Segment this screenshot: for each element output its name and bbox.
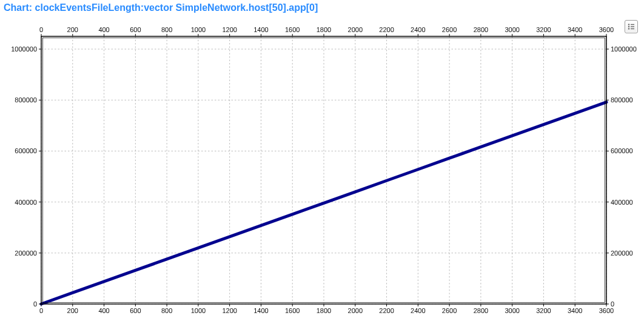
x-tick-label: 2600 <box>442 307 457 314</box>
svg-rect-78 <box>631 24 634 25</box>
y-tick-label: 400000 <box>15 199 37 206</box>
x-tick-label: 3200 <box>536 307 551 314</box>
chart-title: Chart: clockEventsFileLength:vector Simp… <box>0 0 644 15</box>
x-tick-label: 0 <box>39 307 43 314</box>
y-tick-label: 1000000 <box>11 45 37 53</box>
x-tick-label: 1200 <box>222 307 236 314</box>
y-tick-label-right: 0 <box>611 300 614 308</box>
x-tick-label-top: 2200 <box>379 26 394 33</box>
x-tick-label-top: 1800 <box>317 26 331 33</box>
x-tick-label-top: 3200 <box>536 26 551 33</box>
x-tick-label-top: 3600 <box>599 26 614 33</box>
y-tick-label: 600000 <box>15 147 37 154</box>
y-tick-label: 0 <box>33 300 37 308</box>
x-tick-label-top: 200 <box>67 26 78 33</box>
x-tick-label: 200 <box>67 307 78 314</box>
y-tick-label-right: 400000 <box>611 199 633 206</box>
svg-point-79 <box>628 26 629 27</box>
chart-plot[interactable]: 0020020040040060060080080010001000120012… <box>0 15 644 325</box>
svg-rect-82 <box>631 28 634 29</box>
x-tick-label-top: 1000 <box>191 26 206 33</box>
x-tick-label: 400 <box>98 307 109 314</box>
y-tick-label-right: 200000 <box>611 249 633 257</box>
x-tick-label-top: 400 <box>98 26 109 33</box>
x-tick-label: 3600 <box>599 307 614 314</box>
x-tick-label-top: 1400 <box>253 26 268 33</box>
y-tick-label-right: 1000000 <box>611 45 637 53</box>
x-tick-label: 800 <box>161 307 172 314</box>
y-tick-label: 800000 <box>15 96 37 104</box>
x-tick-label-top: 3400 <box>568 26 582 33</box>
y-tick-label-right: 600000 <box>611 147 633 154</box>
x-tick-label: 1000 <box>191 307 206 314</box>
x-tick-label: 2400 <box>411 307 425 314</box>
x-tick-label: 1600 <box>285 307 300 314</box>
svg-point-77 <box>628 24 629 25</box>
x-tick-label: 2200 <box>379 307 394 314</box>
x-tick-label-top: 2600 <box>442 26 457 33</box>
x-tick-label-top: 1600 <box>285 26 300 33</box>
x-tick-label: 600 <box>130 307 141 314</box>
legend-button[interactable] <box>625 20 638 33</box>
x-tick-label-top: 2000 <box>348 26 363 33</box>
x-tick-label: 1400 <box>253 307 268 314</box>
legend-icon <box>628 23 635 30</box>
x-tick-label: 2000 <box>348 307 363 314</box>
x-tick-label: 3400 <box>568 307 582 314</box>
x-tick-label-top: 800 <box>161 26 172 33</box>
x-tick-label-top: 600 <box>130 26 141 33</box>
x-tick-label: 1800 <box>317 307 331 314</box>
x-tick-label: 3000 <box>505 307 519 314</box>
x-tick-label-top: 1200 <box>222 26 236 33</box>
y-tick-label: 200000 <box>15 249 37 257</box>
x-tick-label-top: 3000 <box>505 26 519 33</box>
x-tick-label-top: 0 <box>39 26 43 33</box>
svg-point-81 <box>628 28 629 29</box>
x-tick-label-top: 2400 <box>411 26 425 33</box>
svg-rect-80 <box>631 26 634 27</box>
y-tick-label-right: 800000 <box>611 96 633 104</box>
x-tick-label: 2800 <box>474 307 488 314</box>
x-tick-label-top: 2800 <box>474 26 488 33</box>
